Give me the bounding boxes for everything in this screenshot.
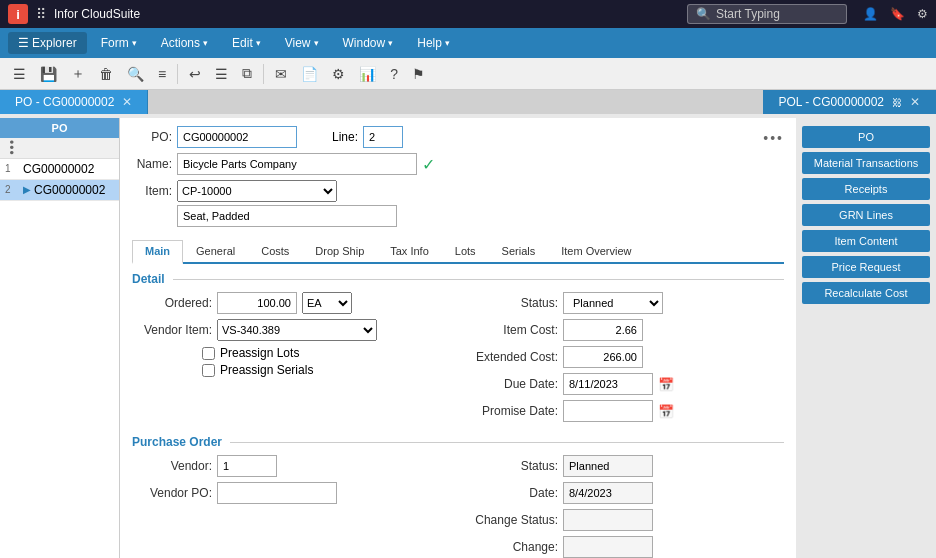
pol-tab-close[interactable]: ✕ xyxy=(910,95,920,109)
sidebar-grn-lines-btn[interactable]: GRN Lines xyxy=(802,204,930,226)
tab-item-overview[interactable]: Item Overview xyxy=(548,240,644,262)
name-input[interactable] xyxy=(177,153,417,175)
sidebar-material-transactions-btn[interactable]: Material Transactions xyxy=(802,152,930,174)
po-status-field-row: Status: xyxy=(468,455,784,477)
toolbar-copy-btn[interactable]: ⧉ xyxy=(237,62,257,85)
nav-window[interactable]: Window ▾ xyxy=(333,32,404,54)
ordered-input[interactable] xyxy=(217,292,297,314)
unit-select[interactable]: EA xyxy=(302,292,352,314)
toolbar-add-btn[interactable]: ＋ xyxy=(66,62,90,86)
app-logo: i xyxy=(8,4,28,24)
vendor-field-row: Vendor: xyxy=(132,455,448,477)
toolbar: ☰ 💾 ＋ 🗑 🔍 ≡ ↩ ☰ ⧉ ✉ 📄 ⚙ 📊 ? ⚑ xyxy=(0,58,936,90)
po-input[interactable] xyxy=(177,126,297,148)
toolbar-delete-btn[interactable]: 🗑 xyxy=(94,63,118,85)
toolbar-doc-btn[interactable]: 📄 xyxy=(296,63,323,85)
nav-actions[interactable]: Actions ▾ xyxy=(151,32,218,54)
user-icon[interactable]: 👤 xyxy=(863,7,878,21)
settings-icon[interactable]: ⚙ xyxy=(917,7,928,21)
tab-lots[interactable]: Lots xyxy=(442,240,489,262)
list-num-2: 2 xyxy=(5,184,20,195)
hamburger-icon: ☰ xyxy=(18,36,29,50)
toolbar-mail-btn[interactable]: ✉ xyxy=(270,63,292,85)
date-label: Date: xyxy=(468,486,558,500)
sidebar-price-request-btn[interactable]: Price Request xyxy=(802,256,930,278)
promise-date-calendar-icon[interactable]: 📅 xyxy=(658,404,674,419)
list-item[interactable]: 1 CG00000002 xyxy=(0,159,119,180)
sidebar-po-btn[interactable]: PO xyxy=(802,126,930,148)
toolbar-settings-btn[interactable]: ⚙ xyxy=(327,63,350,85)
po-window-tab[interactable]: PO - CG00000002 ✕ xyxy=(0,90,148,114)
sidebar-item-content-btn[interactable]: Item Content xyxy=(802,230,930,252)
item-select[interactable]: CP-10000 xyxy=(177,180,337,202)
app-title: Infor CloudSuite xyxy=(54,7,140,21)
right-sidebar: PO Material Transactions Receipts GRN Li… xyxy=(796,118,936,558)
line-input[interactable] xyxy=(363,126,403,148)
promise-date-input[interactable] xyxy=(563,400,653,422)
bookmark-icon[interactable]: 🔖 xyxy=(890,7,905,21)
tab-costs[interactable]: Costs xyxy=(248,240,302,262)
pol-window-tab[interactable]: POL - CG00000002 ⛓ ✕ xyxy=(763,90,936,114)
search-box[interactable]: 🔍 Start Typing xyxy=(687,4,847,24)
item-field-row: Item: CP-10000 xyxy=(132,180,753,202)
tab-drop-ship[interactable]: Drop Ship xyxy=(302,240,377,262)
line-label: Line: xyxy=(332,130,358,144)
tab-main[interactable]: Main xyxy=(132,240,183,264)
po-list-panel: PO ••• 1 CG00000002 2 ▶ CG00000002 xyxy=(0,118,120,558)
detail-two-col: Ordered: EA Vendor Item: VS-340.389 xyxy=(132,292,784,427)
item-cost-input[interactable] xyxy=(563,319,643,341)
toolbar-list-btn[interactable]: ☰ xyxy=(210,63,233,85)
nav-edit[interactable]: Edit ▾ xyxy=(222,32,271,54)
preassign-serials-label: Preassign Serials xyxy=(220,363,313,377)
toolbar-filter-btn[interactable]: ≡ xyxy=(153,63,171,85)
preassign-lots-label: Preassign Lots xyxy=(220,346,299,360)
search-icon: 🔍 xyxy=(696,7,711,21)
change-label: Change: xyxy=(468,540,558,554)
toolbar-sep-1 xyxy=(177,64,178,84)
due-date-calendar-icon[interactable]: 📅 xyxy=(658,377,674,392)
nav-view[interactable]: View ▾ xyxy=(275,32,329,54)
toolbar-search-btn[interactable]: 🔍 xyxy=(122,63,149,85)
list-id-2: CG00000002 xyxy=(34,183,105,197)
name-check-icon: ✓ xyxy=(422,155,435,174)
vendor-po-input[interactable] xyxy=(217,482,337,504)
sidebar-recalculate-cost-btn[interactable]: Recalculate Cost xyxy=(802,282,930,304)
vendor-input[interactable] xyxy=(217,455,277,477)
list-context-menu[interactable]: ••• xyxy=(5,140,17,156)
nav-form[interactable]: Form ▾ xyxy=(91,32,147,54)
sub-tabs: Main General Costs Drop Ship Tax Info Lo… xyxy=(132,240,784,264)
vendor-item-select[interactable]: VS-340.389 xyxy=(217,319,377,341)
tab-tax-info[interactable]: Tax Info xyxy=(377,240,442,262)
nav-help[interactable]: Help ▾ xyxy=(407,32,460,54)
item-desc-input[interactable] xyxy=(177,205,397,227)
toolbar-flag-btn[interactable]: ⚑ xyxy=(407,63,430,85)
name-label: Name: xyxy=(132,157,172,171)
sidebar-receipts-btn[interactable]: Receipts xyxy=(802,178,930,200)
due-date-input[interactable] xyxy=(563,373,653,395)
po-tab-close[interactable]: ✕ xyxy=(122,95,132,109)
window-area: PO - CG00000002 ✕ POL - CG00000002 ⛓ ✕ P… xyxy=(0,90,936,558)
vendor-item-row: Vendor Item: VS-340.389 xyxy=(132,319,448,341)
change-field-row: Change: xyxy=(468,536,784,558)
extended-cost-input[interactable] xyxy=(563,346,643,368)
three-dots-menu[interactable]: ••• xyxy=(763,130,784,146)
toolbar-question-btn[interactable]: ? xyxy=(385,63,403,85)
purchase-order-section-header: Purchase Order xyxy=(132,435,784,449)
item-cost-row: Item Cost: xyxy=(468,319,784,341)
ordered-label: Ordered: xyxy=(132,296,212,310)
date-input xyxy=(563,482,653,504)
toolbar-menu-btn[interactable]: ☰ xyxy=(8,63,31,85)
tab-serials[interactable]: Serials xyxy=(489,240,549,262)
preassign-serials-checkbox[interactable] xyxy=(202,364,215,377)
po-list-header: PO xyxy=(0,118,119,138)
toolbar-back-btn[interactable]: ↩ xyxy=(184,63,206,85)
nav-explorer[interactable]: ☰ Explorer xyxy=(8,32,87,54)
toolbar-chart-btn[interactable]: 📊 xyxy=(354,63,381,85)
list-arrow: ▶ xyxy=(23,184,31,195)
status-select[interactable]: Planned xyxy=(563,292,663,314)
apps-grid-icon[interactable]: ⠿ xyxy=(36,6,46,22)
toolbar-save-btn[interactable]: 💾 xyxy=(35,63,62,85)
preassign-lots-checkbox[interactable] xyxy=(202,347,215,360)
tab-general[interactable]: General xyxy=(183,240,248,262)
list-item-selected[interactable]: 2 ▶ CG00000002 xyxy=(0,180,119,201)
